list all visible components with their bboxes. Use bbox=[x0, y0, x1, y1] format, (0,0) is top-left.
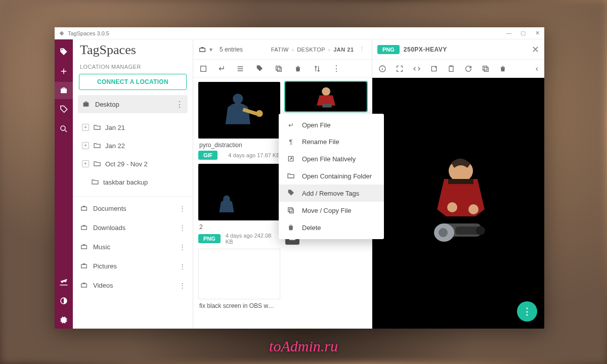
menu-open-file[interactable]: ↵ Open File bbox=[279, 117, 384, 133]
active-location-more[interactable]: ⋮ bbox=[176, 100, 184, 109]
thumbnail bbox=[285, 82, 367, 111]
menu-label: Rename File bbox=[302, 138, 339, 146]
copy-button[interactable] bbox=[482, 65, 490, 73]
thumbnail bbox=[198, 164, 280, 220]
file-card[interactable]: fix black screen in OBS w… bbox=[198, 249, 280, 311]
nav-rail bbox=[55, 39, 73, 329]
active-location-label: Desktop bbox=[95, 101, 119, 108]
clipboard-button[interactable] bbox=[447, 65, 455, 73]
window-minimize[interactable]: — bbox=[506, 30, 512, 36]
location-item[interactable]: Documents ⋮ bbox=[73, 199, 193, 218]
folder-icon bbox=[287, 172, 295, 180]
briefcase-icon bbox=[80, 262, 88, 270]
fullscreen-button[interactable] bbox=[396, 65, 404, 73]
location-more[interactable]: ⋮ bbox=[179, 224, 186, 232]
tree-item[interactable]: + Jan 22 bbox=[73, 136, 193, 155]
chevron-right-icon: › bbox=[328, 47, 330, 53]
copy-button[interactable] bbox=[275, 65, 283, 73]
rail-locations[interactable] bbox=[55, 82, 73, 99]
menu-delete[interactable]: Delete bbox=[279, 219, 384, 236]
briefcase-icon bbox=[198, 46, 206, 54]
refresh-button[interactable] bbox=[464, 65, 472, 73]
delete-button[interactable] bbox=[499, 65, 507, 73]
location-more[interactable]: ⋮ bbox=[179, 243, 186, 251]
breadcrumb-more[interactable]: ⋮ bbox=[357, 46, 367, 53]
trash-icon bbox=[287, 223, 295, 232]
svg-rect-3 bbox=[201, 66, 206, 71]
svg-rect-16 bbox=[450, 65, 452, 67]
menu-add-remove-tags[interactable]: Add / Remove Tags bbox=[279, 185, 384, 202]
location-item[interactable]: Downloads ⋮ bbox=[73, 218, 193, 237]
location-item[interactable]: Music ⋮ bbox=[73, 237, 193, 256]
brand-logo: TagSpaces bbox=[73, 39, 193, 59]
crumb[interactable]: DESKTOP bbox=[297, 47, 325, 53]
location-label: Pictures bbox=[93, 262, 117, 270]
window-close[interactable]: ✕ bbox=[534, 30, 540, 36]
tree-label: Jan 21 bbox=[105, 124, 125, 131]
delete-button[interactable] bbox=[294, 65, 302, 73]
enter-button[interactable]: ↵ bbox=[219, 64, 225, 73]
open-external-button[interactable] bbox=[430, 65, 438, 73]
crumb[interactable]: FATIW bbox=[271, 47, 289, 53]
location-item[interactable]: Pictures ⋮ bbox=[73, 256, 193, 276]
tree-item[interactable]: + Jan 21 bbox=[73, 118, 193, 136]
location-more[interactable]: ⋮ bbox=[179, 262, 186, 270]
tree-item[interactable]: taskbar backup bbox=[73, 173, 193, 191]
expand-icon[interactable]: + bbox=[82, 160, 89, 167]
file-toolbar: ↵ ⋮ bbox=[193, 60, 372, 78]
svg-rect-21 bbox=[448, 179, 473, 184]
sort-button[interactable] bbox=[313, 65, 321, 73]
menu-open-natively[interactable]: Open File Natively bbox=[279, 150, 384, 167]
expand-icon[interactable]: + bbox=[82, 124, 89, 131]
tag-icon bbox=[59, 48, 68, 57]
menu-move-copy[interactable]: Move / Copy File bbox=[279, 202, 384, 219]
window-maximize[interactable]: ▢ bbox=[520, 30, 526, 36]
location-item[interactable]: Videos ⋮ bbox=[73, 276, 193, 295]
connect-location-button[interactable]: CONNECT A LOCATION bbox=[79, 74, 187, 90]
list-view-button[interactable] bbox=[236, 65, 244, 73]
chevron-left-icon[interactable]: ‹ bbox=[536, 64, 538, 73]
close-preview-button[interactable]: ✕ bbox=[532, 44, 539, 55]
menu-label: Open File Natively bbox=[302, 155, 356, 163]
menu-label: Move / Copy File bbox=[302, 207, 352, 214]
tree-label: taskbar backup bbox=[103, 178, 148, 186]
rail-search[interactable] bbox=[55, 120, 73, 138]
rail-flight[interactable] bbox=[55, 273, 73, 290]
rail-theme[interactable] bbox=[55, 292, 73, 309]
preview-header: PNG 250PX-HEAVY ✕ bbox=[372, 39, 544, 60]
file-card[interactable]: pyro_distraction GIF 4 days ago 17.87 KB bbox=[198, 82, 280, 160]
context-menu: ↵ Open File ¶ Rename File Open File Nati… bbox=[279, 114, 384, 239]
code-button[interactable] bbox=[413, 65, 421, 73]
rail-tag-outline[interactable] bbox=[55, 101, 73, 118]
select-all-button[interactable] bbox=[199, 65, 207, 73]
preview-title: 250PX-HEAVY bbox=[404, 46, 447, 53]
preview-image bbox=[413, 148, 504, 259]
file-card[interactable]: 2 PNG 4 days ago 242.08 KB bbox=[198, 164, 280, 245]
more-button[interactable]: ⋮ bbox=[332, 64, 340, 73]
location-more[interactable]: ⋮ bbox=[179, 282, 186, 289]
svg-rect-5 bbox=[276, 66, 280, 70]
expand-icon[interactable]: + bbox=[82, 142, 89, 149]
folder-icon bbox=[93, 142, 101, 150]
menu-label: Open File bbox=[302, 121, 330, 129]
rail-add[interactable] bbox=[55, 63, 73, 80]
rail-tags[interactable] bbox=[55, 43, 73, 61]
file-panel-header: ▾ 5 entries FATIW › DESKTOP › JAN 21 ⋮ bbox=[193, 39, 372, 60]
fab-button[interactable]: ⋮ bbox=[517, 301, 537, 322]
active-location[interactable]: Desktop ⋮ bbox=[78, 95, 188, 113]
location-more[interactable]: ⋮ bbox=[179, 205, 186, 212]
svg-point-7 bbox=[233, 94, 243, 104]
menu-label: Open Containing Folder bbox=[302, 172, 372, 180]
menu-open-folder[interactable]: Open Containing Folder bbox=[279, 167, 384, 185]
svg-rect-12 bbox=[211, 169, 268, 215]
tree-item[interactable]: + Oct 29 - Nov 2 bbox=[73, 155, 193, 173]
menu-rename-file[interactable]: ¶ Rename File bbox=[279, 133, 384, 150]
crumb-current[interactable]: JAN 21 bbox=[333, 47, 354, 53]
watermark: toAdmin.ru bbox=[269, 338, 338, 355]
briefcase-icon bbox=[80, 281, 88, 289]
briefcase-icon bbox=[80, 223, 88, 232]
info-button[interactable] bbox=[378, 65, 386, 73]
tag-button[interactable] bbox=[255, 65, 264, 73]
rail-settings[interactable] bbox=[55, 311, 73, 329]
chevron-down-icon[interactable]: ▾ bbox=[209, 46, 212, 53]
